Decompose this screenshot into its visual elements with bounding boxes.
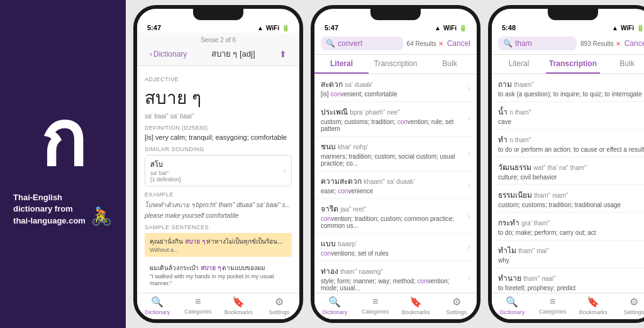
tab-literal-3[interactable]: Literal	[492, 55, 546, 74]
brand-text: Thai-English dictionary from thai-langua…	[13, 192, 86, 227]
result-item[interactable]: สะดวก sa' duaak' [is] convenient; comfor…	[314, 74, 477, 102]
share-icon[interactable]: ⬆	[279, 49, 287, 59]
search-results-2: สะดวก sa' duaak' [is] convenient; comfor…	[314, 74, 477, 293]
categories-icon-2: ≡	[372, 296, 378, 307]
result-item[interactable]: ทำ n tham'' to do or perform an action; …	[492, 130, 644, 157]
nav-bookmarks-1[interactable]: 🔖 Bookmarks	[218, 296, 259, 315]
tab-transcription-2[interactable]: Transcription	[369, 55, 423, 74]
tab-transcription-3[interactable]: Transcription	[546, 55, 600, 74]
nav-settings-3[interactable]: ⚙ Settings	[614, 296, 645, 315]
dict-body: ADJECTIVE สบาย ๆ sa' baai'' sa' baai'' D…	[137, 66, 299, 293]
nav-cat-label-2: Categories	[362, 308, 389, 315]
example-label: EXAMPLE	[145, 191, 292, 198]
tab-bulk-2[interactable]: Bulk	[423, 55, 477, 74]
similar-def: [1 definition]	[150, 176, 181, 183]
nav-set-label-2: Settings	[446, 309, 467, 315]
thai-character: ก	[40, 101, 86, 177]
gear-icon-2: ⚙	[452, 296, 461, 308]
sentence1-highlight: สบาย ๆ	[185, 238, 205, 245]
chevron-right-icon: ›	[468, 149, 470, 158]
nav-bookmarks-2[interactable]: 🔖 Bookmarks	[396, 296, 436, 315]
chevron-right-icon: ›	[468, 274, 470, 283]
nav-bookmarks-3[interactable]: 🔖 Bookmarks	[573, 296, 614, 315]
nav-dictionary-1[interactable]: 🔍 Dictionary	[137, 296, 178, 315]
phone-2-search: 5:47 ▲ WiFi 🔋 🔍 convert 64 Results ✕ Can…	[311, 5, 480, 323]
search-input-2[interactable]: 🔍 convert	[321, 37, 403, 50]
sentence2-highlight: สบาย ๆ	[201, 264, 221, 271]
sentence1-thai: คุณย่านั่งกิน	[150, 238, 183, 245]
nav-dictionary-3[interactable]: 🔍 Dictionary	[492, 296, 533, 315]
result-item[interactable]: วัฒนธรรม wat'' tha' na'' tham'' culture;…	[492, 157, 644, 185]
sentences-label: SAMPLE SENTENCES	[145, 224, 292, 230]
search-results-3: ถาม thaam'' to ask (a question); to inqu…	[492, 74, 644, 293]
nav-settings-1[interactable]: ⚙ Settings	[259, 296, 300, 315]
sentence2-sub: "I walked with my hands in my pocket in …	[150, 273, 274, 286]
sentence1-rest: ท่าทางไม่เป็นทุกข์เป็นร้อน...	[206, 238, 282, 245]
nav-categories-3[interactable]: ≡ Categories	[533, 296, 574, 315]
search-icon-2: 🔍	[326, 39, 335, 48]
search-icon-2b: 🔍	[328, 296, 341, 308]
tab-literal-2[interactable]: Literal	[314, 55, 369, 74]
nav-cat-label-1: Categories	[184, 308, 212, 315]
similar-left: สโบ sa' bai'' [1 definition]	[150, 159, 181, 183]
bookmark-icon-2: 🔖	[409, 296, 422, 308]
nav-categories-2[interactable]: ≡ Categories	[355, 296, 396, 315]
bookmark-icon-1: 🔖	[232, 296, 245, 308]
sentence-1: คุณย่านั่งกิน สบาย ๆ ท่าทางไม่เป็นทุกข์เ…	[145, 233, 292, 257]
tab-bulk-3[interactable]: Bulk	[600, 55, 644, 74]
big-word: สบาย ๆ	[145, 84, 292, 111]
result-item[interactable]: แบบ baaep' conventions; set of rules ›	[314, 234, 477, 261]
cancel-btn-2[interactable]: Cancel	[447, 39, 470, 48]
search-input-3[interactable]: 🔍 tham	[498, 37, 577, 50]
search-bar-2: 🔍 convert 64 Results ✕ Cancel	[314, 33, 477, 55]
nav-settings-2[interactable]: ⚙ Settings	[436, 296, 477, 315]
time-3: 5:48	[502, 24, 516, 31]
definition-label: DEFINITION (D25830)	[145, 125, 292, 131]
gear-icon-3: ⚙	[630, 296, 638, 308]
sentence2-rest: ตามแบบของผม	[222, 264, 265, 271]
result-item[interactable]: ความสะดวก khaam'' sa' duaak' ease; conve…	[314, 171, 477, 199]
tab-bar-3: Literal Transcription Bulk	[492, 55, 644, 74]
nav-bkm-label-1: Bookmarks	[225, 309, 253, 315]
back-label: Dictionary	[153, 50, 187, 59]
phone-3-search: 5:48 ▲ WiFi 🔋 🔍 tham 893 Results ✕ Cance…	[488, 5, 644, 323]
result-item[interactable]: กระทำ gra' tham'' to do; make; perform; …	[492, 213, 644, 240]
result-item[interactable]: ทำไม tham'' mai'' why ›	[492, 240, 644, 268]
similar-roman: sa' bai''	[150, 170, 181, 176]
result-item[interactable]: ท่าอง tham'' naawng'' style; form; manne…	[314, 261, 477, 293]
result-item[interactable]: ชนบ khar' nohp' manners; tradition; cust…	[314, 137, 477, 171]
phone-1-dictionary: 5:47 ▲ WiFi 🔋 Sense 2 of 6 ‹ Dictionary …	[133, 5, 303, 323]
search-icon-3b: 🔍	[506, 296, 518, 308]
sentence-2: ผมเดินล้วงกระเป๋า สบาย ๆ ตามแบบของผม "I …	[145, 259, 292, 290]
status-bar-1: 5:47 ▲ WiFi 🔋	[137, 20, 299, 33]
word-title: สบาย ๆ [adj]	[211, 47, 255, 60]
similar-item[interactable]: สโบ sa' bai'' [1 definition] ›	[145, 155, 292, 186]
nav-dict-label-3: Dictionary	[499, 309, 525, 315]
search-bar-3: 🔍 tham 893 Results ✕ Cancel	[492, 33, 644, 55]
example-eng: please make yourself comfortable	[145, 212, 292, 219]
chevron-right-icon: ›	[468, 212, 470, 220]
nav-categories-1[interactable]: ≡ Categories	[178, 296, 219, 315]
similar-label: SIMILAR SOUNDING	[145, 146, 292, 152]
search-typed-3: tham	[515, 39, 532, 48]
tab-bar-2: Literal Transcription Bulk	[314, 55, 477, 74]
result-item[interactable]: น้ำ n tham'' cave ›	[492, 102, 644, 130]
result-item[interactable]: ประเพณี bpra' phaeh'' nee'' custom; cust…	[314, 102, 477, 137]
nav-dictionary-2[interactable]: 🔍 Dictionary	[314, 296, 355, 315]
result-item[interactable]: จารีต jaa'' reet'' convention; tradition…	[314, 199, 477, 234]
nav-bkm-label-3: Bookmarks	[579, 309, 608, 315]
phones-container: 5:47 ▲ WiFi 🔋 Sense 2 of 6 ‹ Dictionary …	[126, 0, 644, 328]
chevron-right-icon: ›	[468, 181, 470, 189]
result-item[interactable]: ธรรมเนียม tham'' niam'' custom; customs;…	[492, 185, 644, 213]
result-item[interactable]: ทำนาย tham'' naai'' to foretell; prophes…	[492, 268, 644, 293]
phone1-content: Sense 2 of 6 ‹ Dictionary สบาย ๆ [adj] ⬆…	[137, 33, 299, 319]
back-button[interactable]: ‹ Dictionary	[150, 50, 187, 59]
result-count-3: 893 Results ✕	[580, 40, 621, 47]
search-icon-1: 🔍	[151, 296, 164, 308]
result-item[interactable]: ถาม thaam'' to ask (a question); to inqu…	[492, 74, 644, 102]
cancel-btn-3[interactable]: Cancel	[625, 39, 644, 48]
status-icons-1: ▲ WiFi 🔋	[257, 25, 289, 31]
notch-1	[193, 9, 243, 20]
nav-cat-label-3: Categories	[539, 308, 567, 315]
nav-set-label-3: Settings	[623, 309, 644, 315]
